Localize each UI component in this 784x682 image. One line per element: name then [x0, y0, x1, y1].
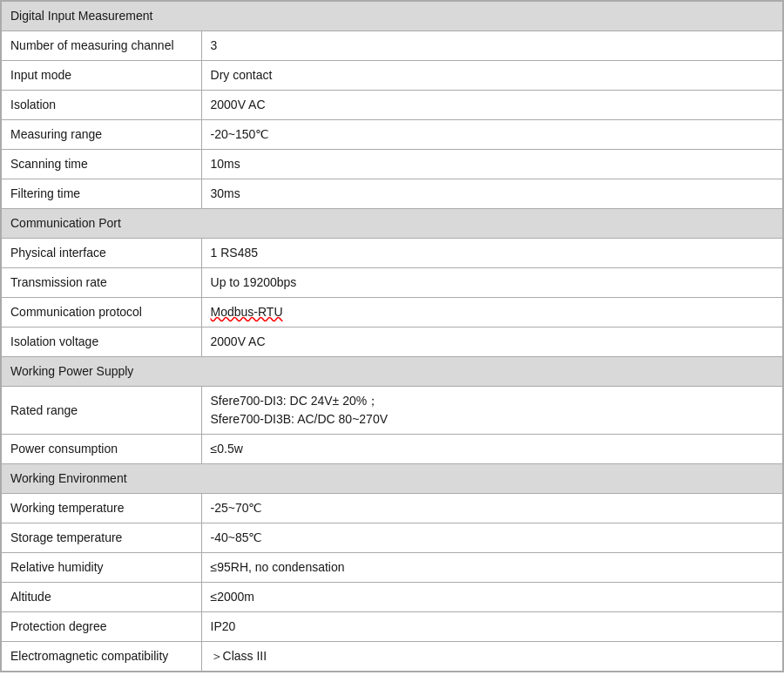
row-label: Power consumption [2, 435, 202, 464]
row-label: Rated range [2, 387, 202, 435]
table-row: Working temperature-25~70℃ [2, 494, 783, 523]
table-row: Filtering time30ms [2, 179, 783, 209]
table-row: Input modeDry contact [2, 61, 783, 91]
row-value: Modbus-RTU [201, 298, 782, 327]
table-row: Rated rangeSfere700-DI3: DC 24V± 20%；Sfe… [2, 387, 783, 435]
table-row: Relative humidity≤95RH, no condensation [2, 553, 783, 583]
row-value: IP20 [201, 612, 782, 642]
table-row: Isolation voltage2000V AC [2, 327, 783, 357]
row-value: 30ms [201, 179, 782, 209]
row-label: Working temperature [2, 494, 202, 523]
row-value: Dry contact [201, 61, 782, 91]
row-value: 2000V AC [201, 91, 782, 120]
table-row: Measuring range-20~150℃ [2, 120, 783, 150]
row-label: Input mode [2, 61, 202, 91]
row-value: -40~85℃ [201, 523, 782, 553]
row-label: Isolation [2, 91, 202, 120]
spec-table: Digital Input MeasurementNumber of measu… [1, 1, 783, 672]
row-label: Protection degree [2, 612, 202, 642]
row-label: Measuring range [2, 120, 202, 150]
table-row: Transmission rateUp to 19200bps [2, 268, 783, 298]
table-row: Isolation2000V AC [2, 91, 783, 120]
row-value: 2000V AC [201, 327, 782, 357]
table-row: Physical interface1 RS485 [2, 239, 783, 268]
table-row: Altitude≤2000m [2, 583, 783, 612]
section-header-label: Communication Port [2, 209, 783, 239]
row-value: -20~150℃ [201, 120, 782, 150]
row-label: Isolation voltage [2, 327, 202, 357]
section-header-2: Working Power Supply [2, 357, 783, 387]
row-value: Up to 19200bps [201, 268, 782, 298]
row-label: Altitude [2, 583, 202, 612]
row-value: -25~70℃ [201, 494, 782, 523]
row-label: Scanning time [2, 150, 202, 179]
table-row: Communication protocolModbus-RTU [2, 298, 783, 327]
section-header-1: Communication Port [2, 209, 783, 239]
row-value: ≤0.5w [201, 435, 782, 464]
table-row: Scanning time10ms [2, 150, 783, 179]
section-header-label: Digital Input Measurement [2, 2, 783, 31]
row-value: 10ms [201, 150, 782, 179]
row-value: Sfere700-DI3: DC 24V± 20%；Sfere700-DI3B:… [201, 387, 782, 435]
modbus-rtu-text: Modbus-RTU [211, 305, 283, 319]
row-label: Relative humidity [2, 553, 202, 583]
row-value: ＞Class III [201, 642, 782, 672]
row-label: Electromagnetic compatibility [2, 642, 202, 672]
section-header-label: Working Power Supply [2, 357, 783, 387]
row-label: Physical interface [2, 239, 202, 268]
row-value: ≤95RH, no condensation [201, 553, 782, 583]
row-value: 3 [201, 31, 782, 61]
section-header-0: Digital Input Measurement [2, 2, 783, 31]
table-row: Number of measuring channel3 [2, 31, 783, 61]
row-value: 1 RS485 [201, 239, 782, 268]
row-label: Filtering time [2, 179, 202, 209]
row-label: Transmission rate [2, 268, 202, 298]
table-row: Storage temperature-40~85℃ [2, 523, 783, 553]
row-label: Number of measuring channel [2, 31, 202, 61]
table-row: Electromagnetic compatibility＞Class III [2, 642, 783, 672]
table-row: Protection degreeIP20 [2, 612, 783, 642]
table-row: Power consumption≤0.5w [2, 435, 783, 464]
row-label: Storage temperature [2, 523, 202, 553]
row-value: ≤2000m [201, 583, 782, 612]
section-header-label: Working Environment [2, 464, 783, 494]
section-header-3: Working Environment [2, 464, 783, 494]
row-label: Communication protocol [2, 298, 202, 327]
